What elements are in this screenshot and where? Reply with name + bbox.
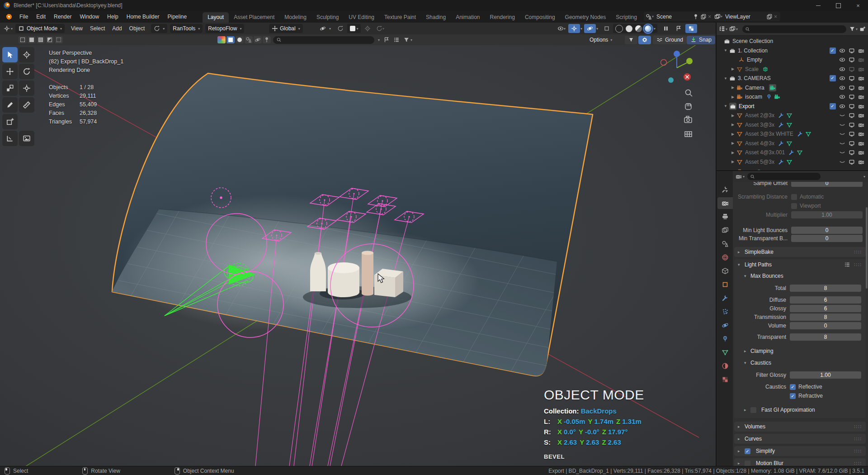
viewlayer-name[interactable]: ViewLayer — [725, 14, 750, 20]
render-camera-icon[interactable] — [858, 75, 864, 81]
close-button[interactable]: × — [848, 0, 868, 11]
eye-icon[interactable] — [839, 85, 845, 91]
outliner-row-asset[interactable]: ▶ Asset 2@3x — [717, 111, 868, 120]
clamping-subpanel[interactable]: ▸Clamping — [734, 347, 866, 356]
transparent-bounces-field[interactable]: 8 — [790, 333, 861, 341]
screen-icon[interactable] — [849, 159, 855, 165]
menu-home-builder[interactable]: Home Builder — [123, 12, 164, 21]
new-collection-icon[interactable] — [859, 26, 866, 32]
render-camera-icon[interactable] — [858, 103, 864, 109]
menu-select[interactable]: Select — [86, 24, 108, 33]
glossy-bounces-field[interactable]: 6 — [790, 305, 861, 312]
volume-bounces-field[interactable]: 0 — [790, 322, 861, 329]
measure-tool[interactable] — [19, 97, 34, 113]
filter-funnel-icon[interactable] — [403, 37, 410, 43]
select-mode-subtract-icon[interactable] — [37, 36, 45, 43]
zoom-icon[interactable] — [686, 90, 693, 97]
expand-icon[interactable]: ▼ — [723, 104, 728, 108]
total-bounces-field[interactable]: 8 — [790, 285, 861, 292]
filter-display-icon[interactable] — [729, 26, 736, 32]
fast-gi-subpanel[interactable]: ▸ Fast GI Approximation — [734, 405, 866, 414]
cursor-tool[interactable] — [19, 47, 34, 62]
outliner-filter-icon[interactable] — [849, 26, 855, 32]
display-mode-icon[interactable] — [719, 26, 725, 32]
asset-color-icon[interactable] — [217, 36, 226, 43]
menu-pipeline[interactable]: Pipeline — [163, 12, 191, 21]
outliner-row-camera[interactable]: ▶ Camera — [717, 83, 868, 93]
retopoflow-dropdown[interactable]: RetopoFlow▾ — [205, 24, 244, 33]
reference-image-tool[interactable] — [19, 131, 34, 146]
maximize-button[interactable] — [828, 0, 848, 11]
screen-icon[interactable] — [849, 140, 855, 147]
tab-scripting[interactable]: Scripting — [611, 12, 642, 23]
outliner-row-scale[interactable]: ▶ Scale — [717, 65, 868, 74]
properties-scrollbar[interactable] — [866, 207, 868, 289]
move-tool[interactable] — [2, 64, 18, 79]
tab-view-layer[interactable] — [717, 224, 733, 236]
eye-closed-icon[interactable] — [839, 112, 845, 119]
outliner-row-asset[interactable]: ▶ Asset 3@3x — [717, 120, 868, 130]
tab-texture[interactable] — [717, 374, 733, 385]
expand-icon[interactable]: ▶ — [730, 86, 736, 90]
tab-compositing[interactable]: Compositing — [520, 12, 560, 23]
outliner-row-asset[interactable]: ▶ Asset 4@3x.001 — [717, 148, 868, 157]
screen-icon[interactable] — [849, 122, 855, 128]
tab-output[interactable] — [717, 211, 733, 223]
eye-closed-icon[interactable] — [839, 140, 845, 147]
tab-animation[interactable]: Animation — [451, 12, 485, 23]
screen-icon[interactable] — [849, 57, 855, 63]
automatic-checkbox[interactable] — [791, 194, 797, 200]
menu-file[interactable]: File — [15, 12, 32, 21]
pan-hand-icon[interactable] — [685, 104, 691, 109]
outliner-row-scene-collection[interactable]: Scene Collection — [717, 37, 868, 46]
toolbar-search[interactable] — [273, 36, 374, 44]
orbit-sphere-icon[interactable] — [254, 36, 262, 43]
rotate-tool[interactable] — [19, 64, 34, 79]
render-camera-icon[interactable] — [858, 131, 864, 137]
tab-geometry-nodes[interactable]: Geometry Nodes — [560, 12, 611, 23]
solid-shading-icon[interactable] — [626, 25, 632, 32]
render-camera-off-icon[interactable] — [858, 66, 864, 72]
tab-uv-editing[interactable]: UV Editing — [344, 12, 379, 23]
screen-icon[interactable] — [849, 85, 855, 91]
options-dropdown[interactable]: Options▾ — [590, 37, 612, 43]
menu-edit[interactable]: Edit — [32, 12, 50, 21]
properties-search[interactable] — [747, 173, 821, 180]
active-tool-icon[interactable] — [226, 36, 235, 43]
drag-handle-icon[interactable]: ∷∷ — [854, 436, 862, 442]
menu-window[interactable]: Window — [75, 12, 103, 21]
simplebake-panel[interactable]: ▸SimpleBake ∷∷ — [734, 247, 866, 257]
rantools-dropdown[interactable]: RanTools▾ — [170, 24, 203, 33]
show-overlays-icon[interactable] — [584, 24, 596, 33]
caustics-subpanel[interactable]: ▾Caustics — [734, 358, 866, 367]
eye-closed-icon[interactable] — [839, 159, 845, 165]
settings-button[interactable] — [638, 36, 651, 44]
screen-icon[interactable] — [849, 149, 855, 156]
eye-icon[interactable] — [839, 57, 845, 63]
expand-icon[interactable]: ▼ — [723, 76, 728, 81]
refractive-checkbox[interactable]: ✓ — [790, 393, 796, 399]
select-mode-invert-icon[interactable] — [46, 36, 54, 43]
breadcrumb-icon[interactable] — [736, 173, 742, 180]
show-gizmo-icon[interactable] — [568, 24, 580, 33]
simplify-checkbox[interactable]: ✓ — [745, 448, 750, 454]
tab-asset-placement[interactable]: Asset Placement — [229, 12, 279, 23]
render-camera-icon[interactable] — [858, 149, 864, 156]
tab-material[interactable] — [717, 360, 733, 372]
expand-icon[interactable]: ▼ — [723, 48, 728, 52]
screen-icon[interactable] — [849, 112, 855, 119]
material-preview-icon[interactable] — [635, 25, 642, 32]
motion-blur-checkbox[interactable] — [745, 461, 750, 466]
tab-physics[interactable] — [717, 319, 733, 331]
menu-object[interactable]: Object — [126, 24, 149, 33]
search-input[interactable] — [284, 37, 363, 43]
tab-particles[interactable] — [717, 306, 733, 318]
drag-handle-icon[interactable]: ∷∷ — [854, 448, 862, 454]
outliner-row-asset[interactable]: ▶ Asset 5@3x — [717, 157, 868, 167]
outliner-search[interactable] — [742, 25, 846, 33]
light-paths-panel[interactable]: ▾Light Paths ∷∷ — [734, 260, 866, 270]
render-camera-icon[interactable] — [858, 140, 864, 147]
tab-layout[interactable]: Layout — [203, 12, 229, 23]
pause-render-icon[interactable] — [660, 24, 672, 33]
tab-rendering[interactable]: Rendering — [485, 12, 520, 23]
